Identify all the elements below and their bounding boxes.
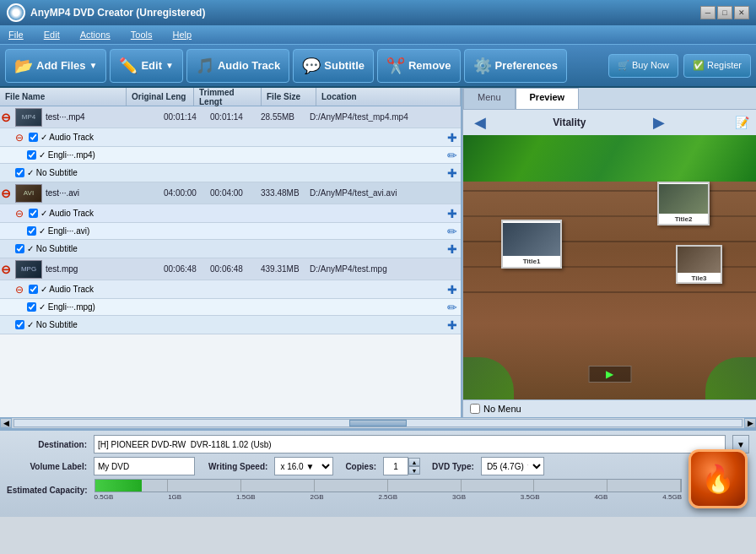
capacity-tick <box>168 480 241 492</box>
register-button[interactable]: ✅ Register <box>683 54 751 78</box>
audio-track-checkbox-3[interactable]: ✓ Audio Track <box>29 285 94 294</box>
no-menu-checkbox[interactable] <box>470 404 480 414</box>
menu-edit[interactable]: Edit <box>40 28 63 41</box>
audio-track-child-checkbox-3[interactable]: ✓ Engli···.mpg) <box>27 302 95 312</box>
audio-track-button[interactable]: 🎵 Audio Track <box>186 49 289 83</box>
subtitle-checkbox-3[interactable]: ✓ No Subtitle <box>15 320 78 329</box>
scroll-left-button[interactable]: ◀ <box>0 418 12 428</box>
subtitle-row-2: ✓ No Subtitle ✚ <box>0 240 461 258</box>
copies-group: ▲ ▼ <box>383 457 420 475</box>
edit-icon: ✏️ <box>119 57 138 75</box>
prev-arrow-button[interactable]: ◀ <box>470 113 490 132</box>
remove-row-3-button[interactable]: ⊖ <box>0 263 12 276</box>
add-track-1-button[interactable]: ✚ <box>444 131 461 144</box>
remove-track-3-button[interactable]: ⊖ <box>15 284 25 296</box>
remove-row-1-button[interactable]: ⊖ <box>0 111 12 124</box>
no-menu-area: No Menu <box>463 399 756 417</box>
scrollbar-thumb[interactable] <box>349 420 408 426</box>
volume-input[interactable] <box>94 457 195 475</box>
file-orig-3: 00:06:48 <box>164 264 210 274</box>
remove-track-1-button[interactable]: ⊖ <box>15 132 25 144</box>
add-subtitle-2-button[interactable]: ✚ <box>444 242 461 256</box>
window-controls[interactable]: ─ □ ✕ <box>700 6 749 19</box>
subtitle-checkbox-1[interactable]: ✓ No Subtitle <box>15 168 78 177</box>
file-list: File Name Original Leng Trimmed Lengt Fi… <box>0 88 462 417</box>
menu-tools[interactable]: Tools <box>127 28 156 41</box>
audio-track-label: Audio Track <box>218 59 280 72</box>
audio-track-child-3: ✓ Engli···.mpg) ✏ <box>0 299 461 316</box>
copies-label: Copies: <box>345 462 376 471</box>
remove-button[interactable]: ✂️ Remove <box>377 49 461 83</box>
buy-now-button[interactable]: 🛒 Buy Now <box>608 54 678 78</box>
title-card-1[interactable]: Title1 <box>501 220 562 269</box>
audio-track-child-checkbox-1[interactable]: ✓ Engli···.mp4) <box>27 150 95 160</box>
audio-track-child-checkbox-2[interactable]: ✓ Engli···.avi) <box>27 226 89 236</box>
audio-track-child-1: ✓ Engli···.mp4) ✏ <box>0 147 461 164</box>
file-loc-2: D:/AnyMP4/test_avi.avi <box>310 188 461 198</box>
toolbar: 📂 Add Files ▼ ✏️ Edit ▼ 🎵 Audio Track 💬 … <box>0 44 756 88</box>
add-files-dropdown-arrow[interactable]: ▼ <box>89 61 98 70</box>
file-size-1: 28.55MB <box>261 112 310 122</box>
tab-menu[interactable]: Menu <box>463 88 516 109</box>
audio-track-checkbox-2[interactable]: ✓ Audio Track <box>29 209 94 218</box>
burn-button[interactable]: 🔥 <box>688 449 748 508</box>
menu-help[interactable]: Help <box>169 28 195 41</box>
capacity-tick <box>241 480 315 492</box>
file-size-2: 333.48MB <box>261 188 310 198</box>
audio-track-checkbox-1[interactable]: ✓ Audio Track <box>29 133 94 142</box>
file-thumbnail-1: MP4 <box>15 108 42 127</box>
add-track-3-button[interactable]: ✚ <box>444 283 461 296</box>
capacity-bar-container <box>94 479 682 492</box>
no-menu-label: No Menu <box>483 404 521 414</box>
writing-speed-select[interactable]: x 16.0 ▼ <box>274 457 333 475</box>
next-arrow-button[interactable]: ▶ <box>649 113 669 132</box>
copies-down-button[interactable]: ▼ <box>408 466 420 475</box>
title-card-2[interactable]: Title2 <box>657 182 710 225</box>
title-label-2: Title2 <box>675 215 693 223</box>
add-files-label: Add Files <box>36 59 86 72</box>
edit-track-2-button[interactable]: ✏ <box>444 225 461 238</box>
toolbar-right-buttons: 🛒 Buy Now ✅ Register <box>608 54 751 78</box>
volume-label: Volume Label: <box>7 462 87 471</box>
close-button[interactable]: ✕ <box>734 6 749 19</box>
file-list-header: File Name Original Leng Trimmed Lengt Fi… <box>0 88 461 106</box>
edit-track-3-button[interactable]: ✏ <box>444 301 461 314</box>
add-subtitle-3-button[interactable]: ✚ <box>444 318 461 332</box>
preferences-button[interactable]: ⚙️ Preferences <box>464 49 567 83</box>
preview-panel: Menu Preview ◀ Vitality ▶ 📝 <box>462 88 756 417</box>
menu-actions[interactable]: Actions <box>77 28 114 41</box>
add-track-2-button[interactable]: ✚ <box>444 207 461 220</box>
destination-input[interactable] <box>94 435 726 454</box>
edit-template-button[interactable]: 📝 <box>735 116 749 129</box>
maximize-button[interactable]: □ <box>717 6 732 19</box>
title-card-3[interactable]: Tile3 <box>676 245 722 284</box>
edit-button[interactable]: ✏️ Edit ▼ <box>110 49 182 83</box>
add-files-button[interactable]: 📂 Add Files ▼ <box>5 49 106 83</box>
copies-input[interactable] <box>383 457 408 475</box>
minimize-button[interactable]: ─ <box>700 6 716 19</box>
col-original: Original Leng <box>127 88 194 106</box>
subtitle-checkbox-2[interactable]: ✓ No Subtitle <box>15 244 78 253</box>
add-subtitle-1-button[interactable]: ✚ <box>444 166 461 180</box>
tab-preview[interactable]: Preview <box>516 88 580 109</box>
subtitle-button[interactable]: 💬 Subtitle <box>293 49 374 83</box>
play-button[interactable]: ▶ <box>606 368 613 380</box>
remove-track-2-button[interactable]: ⊖ <box>15 208 25 220</box>
title-label-1: Title1 <box>523 258 541 265</box>
file-size-3: 439.31MB <box>261 264 310 274</box>
edit-dropdown-arrow[interactable]: ▼ <box>165 61 174 70</box>
dvd-type-select[interactable]: D5 (4.7G) ▼ <box>481 457 544 475</box>
file-orig-1: 00:01:14 <box>164 112 210 122</box>
dvd-type-label: DVD Type: <box>432 462 474 471</box>
scroll-right-button[interactable]: ▶ <box>744 418 756 428</box>
menu-file[interactable]: File <box>5 28 27 41</box>
remove-row-2-button[interactable]: ⊖ <box>0 187 12 200</box>
copies-up-button[interactable]: ▲ <box>408 458 420 466</box>
subtitle-icon: 💬 <box>302 57 321 75</box>
writing-speed-label: Writing Speed: <box>208 462 267 471</box>
capacity-tick <box>534 480 608 492</box>
edit-track-1-button[interactable]: ✏ <box>444 149 461 162</box>
file-trim-3: 00:06:48 <box>210 264 261 274</box>
preview-nav: ◀ Vitality ▶ 📝 <box>463 110 756 135</box>
file-thumbnail-2: AVI <box>15 184 42 203</box>
